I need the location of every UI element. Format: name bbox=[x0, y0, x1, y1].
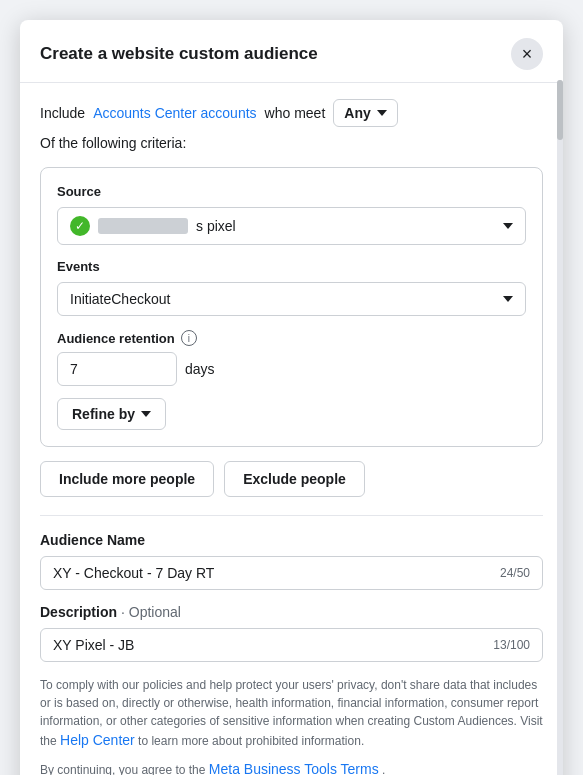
audience-retention-label: Audience retention bbox=[57, 331, 175, 346]
pixel-text: s pixel bbox=[196, 218, 236, 234]
terms-before: By continuing, you agree to the bbox=[40, 763, 205, 775]
exclude-button[interactable]: Exclude people bbox=[224, 461, 365, 497]
any-label: Any bbox=[344, 105, 370, 121]
terms-end: . bbox=[382, 763, 385, 775]
check-icon: ✓ bbox=[75, 219, 85, 233]
who-meet-text: who meet bbox=[265, 105, 326, 121]
chevron-down-icon bbox=[377, 110, 387, 116]
divider bbox=[40, 515, 543, 516]
include-row: Include Accounts Center accounts who mee… bbox=[40, 99, 543, 151]
modal-body: Include Accounts Center accounts who mee… bbox=[20, 83, 563, 775]
info-icon[interactable]: i bbox=[181, 330, 197, 346]
optional-text: · Optional bbox=[121, 604, 181, 620]
close-button[interactable]: × bbox=[511, 38, 543, 70]
days-label: days bbox=[185, 361, 215, 377]
help-center-link[interactable]: Help Center bbox=[60, 732, 135, 748]
action-row: Include more people Exclude people bbox=[40, 461, 543, 497]
source-dropdown[interactable]: ✓ s pixel bbox=[57, 207, 526, 245]
refine-by-label: Refine by bbox=[72, 406, 135, 422]
description-char-count: 13/100 bbox=[493, 638, 530, 652]
audience-retention-row: Audience retention i bbox=[57, 330, 526, 346]
scrollbar[interactable] bbox=[557, 80, 563, 775]
criteria-box: Source ✓ s pixel Events InitiateCheckout bbox=[40, 167, 543, 447]
policy-text-after: to learn more about prohibited informati… bbox=[138, 734, 364, 748]
refine-chevron-icon bbox=[141, 411, 151, 417]
meta-terms-link[interactable]: Meta Business Tools Terms bbox=[209, 761, 379, 775]
any-dropdown[interactable]: Any bbox=[333, 99, 397, 127]
create-audience-modal: Create a website custom audience × Inclu… bbox=[20, 20, 563, 775]
audience-name-input[interactable] bbox=[53, 565, 500, 581]
pixel-blur bbox=[98, 218, 188, 234]
retention-input[interactable] bbox=[57, 352, 177, 386]
retention-input-row: days bbox=[57, 352, 526, 386]
modal-title: Create a website custom audience bbox=[40, 44, 318, 64]
description-input[interactable] bbox=[53, 637, 493, 653]
source-label: Source bbox=[57, 184, 526, 199]
description-label: Description bbox=[40, 604, 117, 620]
source-left: ✓ s pixel bbox=[70, 216, 236, 236]
terms-text: By continuing, you agree to the Meta Bus… bbox=[40, 761, 543, 775]
events-dropdown[interactable]: InitiateCheckout bbox=[57, 282, 526, 316]
events-chevron-icon bbox=[503, 296, 513, 302]
modal-header: Create a website custom audience × bbox=[20, 20, 563, 83]
events-label: Events bbox=[57, 259, 526, 274]
check-circle-icon: ✓ bbox=[70, 216, 90, 236]
include-text: Include bbox=[40, 105, 85, 121]
source-chevron-icon bbox=[503, 223, 513, 229]
accounts-center-link[interactable]: Accounts Center accounts bbox=[93, 105, 256, 121]
events-value: InitiateCheckout bbox=[70, 291, 170, 307]
scrollbar-thumb[interactable] bbox=[557, 80, 563, 140]
description-label-row: Description · Optional bbox=[40, 604, 543, 620]
of-following-text: Of the following criteria: bbox=[40, 135, 186, 151]
audience-name-wrapper: 24/50 bbox=[40, 556, 543, 590]
refine-by-button[interactable]: Refine by bbox=[57, 398, 166, 430]
audience-name-label: Audience Name bbox=[40, 532, 543, 548]
include-more-button[interactable]: Include more people bbox=[40, 461, 214, 497]
description-wrapper: 13/100 bbox=[40, 628, 543, 662]
policy-text: To comply with our policies and help pro… bbox=[40, 676, 543, 751]
audience-name-char-count: 24/50 bbox=[500, 566, 530, 580]
